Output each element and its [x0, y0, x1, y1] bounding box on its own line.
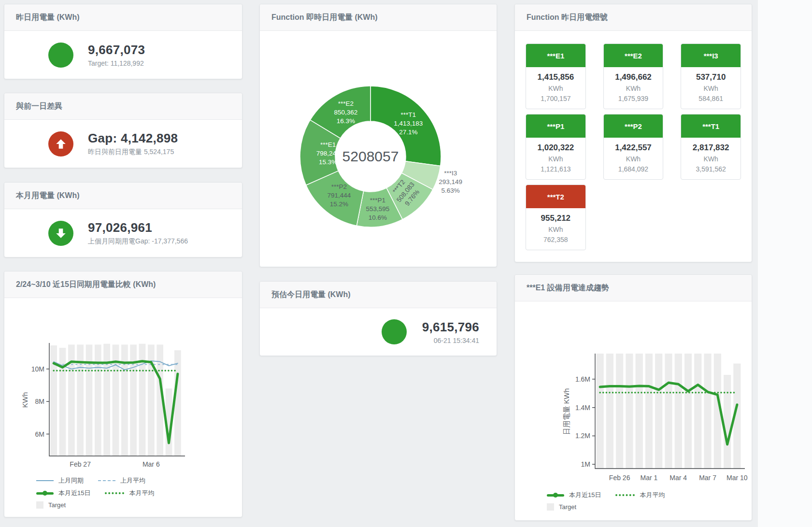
x-tick-label: Mar 6 — [142, 460, 160, 468]
card-title: 預估今日用電量 (KWh) — [260, 282, 497, 308]
tile-unit: KWh — [604, 85, 663, 92]
legend-swatch — [36, 492, 54, 495]
arrow-down-icon — [55, 227, 67, 240]
trend-chart-legend: 本月近15日本月平均Target — [547, 491, 752, 511]
month-value: 97,026,961 — [88, 220, 198, 235]
status-circle-red — [48, 131, 73, 157]
trend-chart: 1M1.2M1.4M1.6MFeb 26Mar 1Mar 4Mar 7Mar 1… — [519, 349, 751, 485]
legend-label: 上月平均 — [120, 476, 145, 485]
legend-item-本月平均[interactable]: 本月平均 — [615, 491, 665, 499]
y-tick-label: 1.2M — [575, 432, 590, 440]
tile-target: 1,121,613 — [526, 165, 585, 173]
target-bar — [103, 344, 110, 456]
target-bar — [626, 354, 633, 469]
legend-item-Target[interactable]: Target — [36, 501, 66, 509]
card-e1-trend: ***E1 設備用電達成趨勢 1M1.2M1.4M1.6MFeb 26Mar 1… — [514, 274, 752, 521]
legend-swatch — [36, 501, 43, 509]
light-tile-T1: ***T12,817,832KWh3,591,562 — [681, 114, 741, 180]
tile-target: 3,591,562 — [681, 165, 741, 173]
tile-value: 2,817,832 — [681, 143, 741, 153]
y-tick-label: 1.6M — [575, 375, 590, 383]
card-title: 本月用電量 (KWh) — [4, 183, 242, 209]
x-tick-label: Mar 4 — [670, 474, 687, 482]
tile-unit: KWh — [681, 155, 741, 163]
target-bar — [665, 354, 672, 469]
target-bar — [174, 350, 181, 456]
card-status-lights: Function 昨日用電燈號 ***E11,415,856KWh1,700,1… — [514, 4, 752, 262]
legend-label: 本月近15日 — [58, 489, 90, 498]
target-bar — [95, 344, 101, 456]
target-bar — [606, 354, 613, 469]
tile-status-header: ***E2 — [604, 44, 663, 67]
tile-status-header: ***P2 — [604, 114, 663, 138]
tile-target: 1,700,157 — [526, 95, 585, 102]
card-day-gap: 與前一日差異 Gap: 4,142,898 昨日與前日用電量 5,524,175 — [4, 93, 242, 168]
tile-value: 1,496,662 — [604, 72, 663, 82]
target-bar — [675, 354, 682, 469]
card-compare-chart: 2/24~3/10 近15日同期用電量比較 (KWh) 6M8M10MFeb 2… — [4, 271, 242, 517]
compare-chart-legend: 上月同期上月平均本月近15日本月平均Target — [36, 476, 242, 509]
yesterday-value: 9,667,073 — [88, 43, 198, 57]
month-sub: 上個月同期用電Gap: -17,377,566 — [88, 237, 198, 246]
gap-sub: 昨日與前日用電量 5,524,175 — [88, 148, 198, 157]
target-bar — [636, 354, 643, 469]
x-tick-label: Mar 1 — [641, 474, 658, 482]
light-tile-I3: ***I3537,710KWh584,861 — [681, 43, 741, 109]
card-title: Function 昨日用電燈號 — [515, 4, 752, 31]
legend-item-上月同期[interactable]: 上月同期 — [36, 476, 84, 485]
card-yesterday-usage: 昨日用電量 (KWh) 9,667,073 Target: 11,128,992 — [4, 4, 242, 79]
tile-value: 1,020,322 — [526, 143, 585, 153]
tile-status-header: ***P1 — [526, 114, 585, 138]
legend-item-本月近15日[interactable]: 本月近15日 — [36, 489, 90, 498]
legend-swatch — [36, 480, 54, 481]
light-tile-P2: ***P21,422,557KWh1,684,092 — [603, 114, 664, 180]
page-right-gutter — [758, 0, 812, 527]
tile-value: 537,710 — [681, 72, 741, 82]
estimate-value: 9,615,796 — [422, 320, 479, 335]
legend-item-本月近15日[interactable]: 本月近15日 — [547, 491, 601, 499]
status-circle-green — [48, 43, 73, 68]
light-tile-E1: ***E11,415,856KWh1,700,157 — [526, 43, 586, 109]
legend-item-Target[interactable]: Target — [547, 503, 576, 511]
target-bar — [616, 354, 623, 469]
card-title: ***E1 設備用電達成趨勢 — [515, 275, 752, 301]
light-tile-E2: ***E21,496,662KWh1,675,939 — [603, 43, 664, 109]
y-tick-label: 1.4M — [575, 404, 590, 412]
donut-chart: ***T11,413,18327.1%***I3293,1495.63%***T… — [260, 31, 497, 266]
legend-swatch — [615, 494, 635, 496]
light-tile-T2: ***T2955,212KWh762,358 — [526, 185, 586, 250]
x-tick-label: Mar 7 — [699, 474, 716, 482]
y-tick-label: 6M — [35, 430, 44, 438]
legend-label: Target — [559, 503, 576, 511]
card-title: 2/24~3/10 近15日同期用電量比較 (KWh) — [4, 271, 242, 298]
legend-item-本月平均[interactable]: 本月平均 — [105, 489, 154, 498]
status-circle-green — [382, 319, 407, 344]
card-title: Function 即時日用電量 (KWh) — [260, 4, 497, 31]
legend-label: Target — [48, 501, 66, 509]
target-bar — [645, 354, 653, 469]
target-bar — [704, 354, 711, 469]
y-tick-label: 8M — [35, 398, 44, 405]
target-bar — [684, 354, 692, 469]
tile-unit: KWh — [604, 155, 663, 163]
tile-target: 584,861 — [681, 95, 741, 102]
legend-item-上月平均[interactable]: 上月平均 — [98, 476, 145, 485]
y-tick-label: 10M — [31, 365, 44, 373]
tile-target: 1,675,939 — [604, 95, 663, 102]
y-tick-label: 1M — [581, 460, 590, 468]
target-bar — [694, 354, 701, 469]
legend-swatch — [547, 494, 564, 497]
compare-chart: 6M8M10MFeb 27Mar 6KWh — [8, 339, 240, 470]
tile-target: 762,358 — [526, 236, 585, 243]
legend-swatch — [547, 503, 554, 511]
arrow-up-icon — [55, 138, 67, 150]
tile-unit: KWh — [526, 226, 585, 233]
card-title: 昨日用電量 (KWh) — [4, 4, 242, 31]
gap-value: Gap: 4,142,898 — [88, 131, 198, 146]
x-tick-label: Feb 26 — [609, 474, 630, 482]
legend-swatch — [105, 492, 124, 494]
tile-status-header: ***T2 — [526, 185, 585, 208]
light-tile-P1: ***P11,020,322KWh1,121,613 — [526, 114, 586, 180]
status-circle-green — [48, 221, 73, 246]
card-estimate-today: 預估今日用電量 (KWh) 9,615,796 06-21 15:34:41 — [259, 281, 497, 356]
